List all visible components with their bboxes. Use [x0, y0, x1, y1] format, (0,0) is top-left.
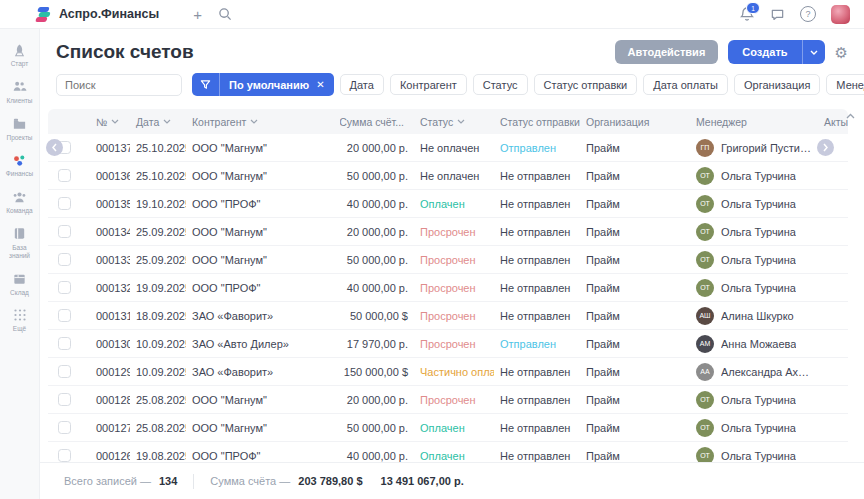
global-search-icon[interactable] [218, 7, 232, 21]
default-filter-chip[interactable]: По умолчанию ✕ [220, 79, 334, 91]
manager-name: Ольга Турчина [721, 394, 796, 406]
sidebar-item-knowledge[interactable]: База знаний [0, 226, 40, 260]
column-header[interactable]: Статус [414, 116, 494, 128]
app-logo-icon[interactable] [34, 6, 51, 23]
create-button[interactable]: Создать [728, 40, 801, 64]
row-checkbox[interactable] [58, 281, 71, 294]
contractor: ООО "ПРОФ" [186, 282, 340, 294]
row-checkbox[interactable] [58, 393, 71, 406]
manager-cell: ОТ Ольга Турчина [690, 251, 818, 269]
quick-add-icon[interactable]: + [193, 7, 202, 22]
invoice-date: 10.09.2025 [130, 366, 186, 378]
manager-cell: ОТ Ольга Турчина [690, 447, 818, 463]
column-header[interactable]: Дата [130, 116, 186, 128]
invoice-date: 25.09.2025 [130, 226, 186, 238]
chat-icon[interactable] [770, 7, 785, 22]
manager-avatar: ГП [696, 139, 714, 157]
sidebar-item-more[interactable]: Ещё [0, 307, 40, 333]
row-checkbox[interactable] [58, 253, 71, 266]
organization: Прайм [580, 422, 690, 434]
row-checkbox[interactable] [58, 449, 71, 462]
filter-chip[interactable]: Статус отправки [534, 74, 638, 95]
row-checkbox[interactable] [58, 337, 71, 350]
autoactions-button[interactable]: Автодействия [615, 40, 719, 64]
row-checkbox[interactable] [58, 169, 71, 182]
page-settings-gear-icon[interactable]: ⚙ [835, 45, 848, 60]
table-row[interactable]: 000128 25.08.2025 ООО "Магнум" 20 000,00… [48, 386, 848, 414]
sidebar-item-finance[interactable]: Финансы [0, 152, 40, 178]
column-header[interactable]: Акты [818, 116, 848, 128]
send-status: Не отправлен [494, 226, 580, 238]
manager-cell: ОТ Ольга Турчина [690, 391, 818, 409]
row-checkbox[interactable] [58, 197, 71, 210]
column-header[interactable]: Сумма счёт... [340, 116, 414, 128]
table-row[interactable]: 000126 19.08.2025 ООО "ПРОФ" 40 000,00 р… [48, 442, 848, 462]
row-checkbox[interactable] [58, 225, 71, 238]
filter-chip[interactable]: Контрагент [390, 74, 467, 95]
table-row[interactable]: 000136 25.10.2025 ООО "Магнум" 50 000,00… [48, 162, 848, 190]
table-row[interactable]: 000127 25.08.2025 ООО "Магнум" 50 000,00… [48, 414, 848, 442]
column-header[interactable]: Статус отправки [494, 116, 580, 128]
organization: Прайм [580, 338, 690, 350]
create-dropdown-button[interactable] [802, 40, 825, 64]
organization: Прайм [580, 394, 690, 406]
invoice-number: 000134 [84, 226, 130, 238]
filter-chip-list: ДатаКонтрагентСтатусСтатус отправкиДата … [340, 74, 864, 95]
contractor: ООО "Магнум" [186, 170, 340, 182]
user-avatar[interactable] [831, 5, 850, 24]
scroll-left-button[interactable] [46, 139, 63, 156]
table-row[interactable]: 000137 25.10.2025 ООО "Магнум" 20 000,00… [48, 134, 848, 162]
manager-cell: ОТ Ольга Турчина [690, 419, 818, 437]
table-row[interactable]: 000129 10.09.2025 ЗАО «Фаворит» 150 000,… [48, 358, 848, 386]
table-row[interactable]: 000134 25.09.2025 ООО "Магнум" 20 000,00… [48, 218, 848, 246]
invoice-date: 25.08.2025 [130, 394, 186, 406]
invoice-number: 000131 [84, 310, 130, 322]
organization: Прайм [580, 310, 690, 322]
remove-filter-icon[interactable]: ✕ [316, 79, 324, 90]
app-title: Аспро.Финансы [59, 7, 159, 21]
sidebar-item-label: Старт [11, 60, 29, 68]
row-checkbox[interactable] [58, 309, 71, 322]
filter-funnel-icon[interactable] [192, 73, 220, 96]
filter-chip[interactable]: Менеджер [826, 74, 864, 95]
scroll-right-button[interactable] [817, 139, 834, 156]
manager-cell: АШ Алина Шкурко [690, 307, 818, 325]
invoice-number: 000127 [84, 422, 130, 434]
search-input[interactable] [56, 74, 182, 96]
invoice-amount: 50 000,00 р. [340, 254, 414, 266]
help-icon[interactable]: ? [800, 6, 816, 22]
column-header[interactable]: № [84, 116, 130, 128]
sidebar-item-stock[interactable]: Склад [0, 271, 40, 297]
invoice-number: 000130 [84, 338, 130, 350]
filter-chip[interactable]: Статус [473, 74, 528, 95]
invoice-number: 000126 [84, 450, 130, 462]
invoice-amount: 20 000,00 р. [340, 226, 414, 238]
payment-status: Не оплачен [414, 142, 494, 154]
table-row[interactable]: 000135 19.10.2025 ООО "ПРОФ" 40 000,00 р… [48, 190, 848, 218]
sidebar-item-start[interactable]: Старт [0, 42, 40, 68]
chevron-down-icon [111, 119, 119, 124]
filter-chip[interactable]: Дата [340, 74, 384, 95]
scroll-top-icon[interactable] [846, 105, 855, 123]
table-row[interactable]: 000132 19.09.2025 ООО "ПРОФ" 40 000,00 р… [48, 274, 848, 302]
sidebar-item-label: Команда [6, 207, 32, 215]
filter-chip[interactable]: Дата оплаты [643, 74, 728, 95]
invoices-table: № Дата Контрагент Сумма счёт... Статус С… [48, 109, 848, 462]
row-checkbox[interactable] [58, 421, 71, 434]
manager-avatar: ОТ [696, 419, 714, 437]
filter-chip[interactable]: Организация [734, 74, 820, 95]
contractor: ООО "Магнум" [186, 142, 340, 154]
sidebar-item-clients[interactable]: Клиенты [0, 79, 40, 105]
sidebar-item-team[interactable]: Команда [0, 189, 40, 215]
column-header[interactable]: Организация [580, 116, 690, 128]
notifications-bell-icon[interactable]: 1 [739, 6, 755, 22]
column-header[interactable]: Менеджер [690, 116, 818, 128]
table-row[interactable]: 000131 18.09.2025 ЗАО «Фаворит» 50 000,0… [48, 302, 848, 330]
row-checkbox[interactable] [58, 365, 71, 378]
table-row[interactable]: 000130 10.09.2025 ЗАО «Авто Дилер» 17 97… [48, 330, 848, 358]
table-row[interactable]: 000133 25.09.2025 ООО "Магнум" 50 000,00… [48, 246, 848, 274]
sidebar-item-projects[interactable]: Проекты [0, 116, 40, 142]
stock-icon [12, 271, 27, 287]
column-header[interactable]: Контрагент [186, 116, 340, 128]
projects-icon [12, 116, 27, 132]
